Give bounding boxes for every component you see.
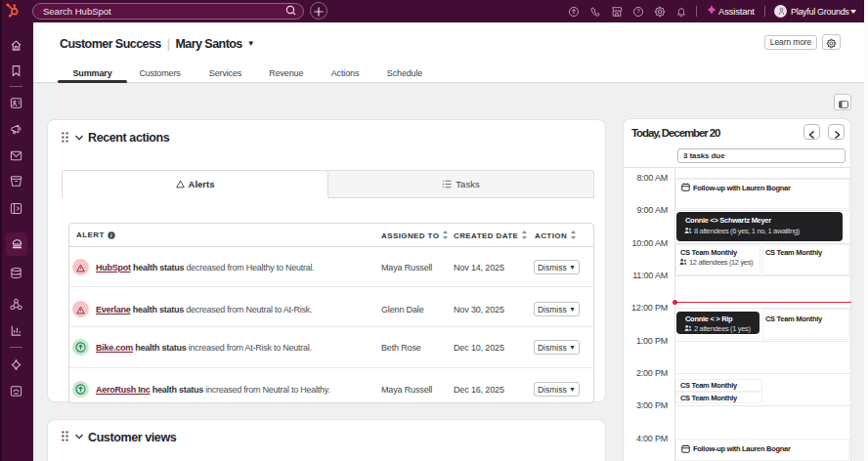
svg-text:?: ? bbox=[636, 8, 640, 15]
svg-text:i: i bbox=[110, 232, 112, 238]
